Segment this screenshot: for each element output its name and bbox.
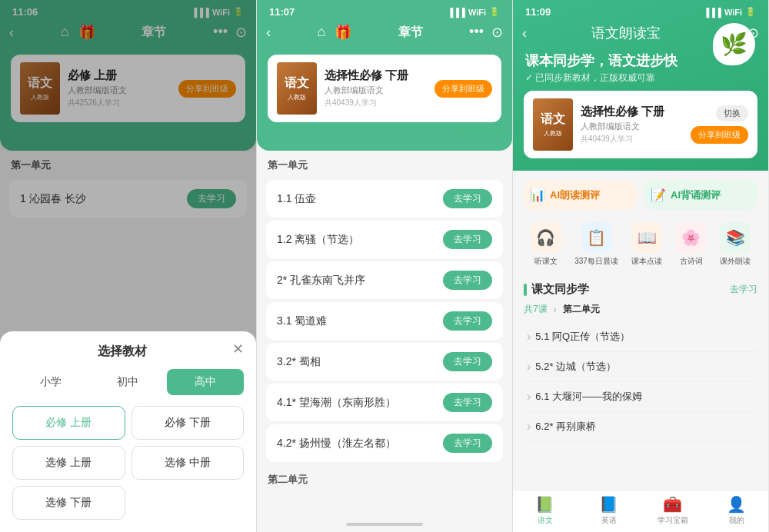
nav-bar-2: ‹ ⌂ 🎁 章节 ••• ⊙	[257, 21, 512, 47]
gift-icon-2[interactable]: 🎁	[335, 24, 351, 41]
switch-btn-3[interactable]: 切换	[716, 105, 748, 121]
pointread-label: 课本点读	[631, 256, 662, 267]
banner-subtitle: ✓ 已同步新教材，正版权威可靠	[525, 71, 756, 85]
go-btn-2-1[interactable]: 去学习	[443, 230, 492, 249]
english-icon: 📘	[599, 495, 618, 514]
book-publisher-3: 人教部编版语文	[581, 121, 683, 132]
nav-title-2: 章节	[398, 25, 423, 41]
lesson-title-2-6: 4.2* 扬州慢（淮左名都）	[277, 437, 396, 451]
lesson-title-2-1: 1.2 离骚（节选）	[277, 233, 359, 247]
textbook-elective-down[interactable]: 选修 下册	[12, 486, 125, 520]
tab-primary[interactable]: 小学	[12, 369, 89, 395]
lesson-item-2-4: 3.2* 蜀相 去学习	[266, 343, 503, 381]
func-listen[interactable]: 🎧 听课文	[531, 222, 561, 267]
back-icon-3[interactable]: ‹	[522, 25, 527, 42]
tab-english-label: 英语	[601, 515, 617, 526]
sync-go[interactable]: 去学习	[730, 283, 757, 296]
mascot: 🌿	[713, 23, 759, 69]
bottom-tabs: 📗 语文 📘 英语 🧰 学习宝箱 👤 我的	[513, 490, 768, 532]
share-btn-2[interactable]: 分享到班级	[434, 80, 492, 98]
bullet-3: ›	[527, 420, 531, 434]
phone-2: 11:07 ▐▐▐ WiFi 🔋 ‹ ⌂ 🎁 章节 ••• ⊙ 语文 人教版	[256, 0, 512, 532]
go-btn-2-2[interactable]: 去学习	[443, 271, 492, 290]
tab-mine[interactable]: 👤 我的	[704, 495, 768, 526]
textbook-elective-mid[interactable]: 选修 中册	[131, 446, 245, 480]
sync-lesson-title-1: 5.2* 边城（节选）	[535, 360, 616, 374]
sync-lesson-0[interactable]: › 5.1 阿Q正传（节选）	[524, 322, 757, 352]
lesson-item-2-2: 2* 孔雀东南飞并序 去学习	[266, 261, 503, 299]
ai-recite-btn[interactable]: 📝 AI背诵测评	[644, 180, 757, 210]
poetry-icon: 🌸	[676, 222, 707, 253]
func-extread[interactable]: 📚 课外朗读	[720, 222, 751, 267]
modal-sheet: ✕ 选择教材 小学 初中 高中 必修 上册 必修 下册 选修 上册 选修 中册 …	[0, 331, 256, 532]
bullet-0: ›	[527, 330, 531, 344]
modal-close[interactable]: ✕	[232, 341, 244, 357]
bullet-2: ›	[527, 390, 531, 404]
lesson-title-2-4: 3.2* 蜀相	[277, 355, 321, 369]
book-info-3: 选择性必修 下册 人教部编版语文 共40439人学习	[581, 105, 683, 145]
textbook-required-down[interactable]: 必修 下册	[131, 406, 245, 440]
modal-title: 选择教材	[12, 344, 244, 360]
lesson-title-2-0: 1.1 伍壶	[277, 192, 316, 206]
ai-read-btn[interactable]: 📊 AI朗读测评	[524, 180, 637, 210]
phone2-header: 语文 人教版 选择性必修 下册 人教部编版语文 共40439人学习 分享到班级 …	[257, 47, 512, 151]
modal-tabs: 小学 初中 高中	[12, 369, 244, 395]
bullet-1: ›	[527, 360, 531, 374]
wifi-icon-3: WiFi	[724, 8, 742, 17]
book-students-2: 共40439人学习	[325, 98, 427, 108]
lesson-item-2-0: 1.1 伍壶 去学习	[266, 180, 503, 218]
textbook-required-up[interactable]: 必修 上册	[12, 406, 125, 440]
tab-chinese-label: 语文	[538, 515, 553, 526]
app-name-3: 语文朗读宝	[591, 24, 661, 42]
status-time-2: 11:07	[269, 6, 295, 18]
go-btn-2-3[interactable]: 去学习	[443, 311, 492, 331]
ai-recite-label: AI背诵测评	[671, 188, 721, 202]
tab-high[interactable]: 高中	[167, 369, 244, 395]
go-btn-2-0[interactable]: 去学习	[443, 189, 492, 208]
toolbox-icon: 🧰	[663, 495, 682, 514]
textbook-elective-up[interactable]: 选修 上册	[12, 446, 125, 480]
tab-chinese[interactable]: 📗 语文	[513, 495, 577, 526]
book-title-2: 选择性必修 下册	[325, 68, 427, 83]
book-info-2: 选择性必修 下册 人教部编版语文 共40439人学习	[325, 68, 427, 108]
more-icon-2[interactable]: •••	[469, 24, 484, 41]
go-btn-2-5[interactable]: 去学习	[443, 393, 492, 412]
lesson-item-2-3: 3.1 蜀道难 去学习	[266, 302, 503, 340]
go-btn-2-4[interactable]: 去学习	[443, 352, 492, 371]
share-btn-3[interactable]: 分享到班级	[691, 126, 748, 144]
ai-read-label: AI朗读测评	[550, 188, 600, 202]
sync-lesson-3[interactable]: › 6.2* 再别康桥	[524, 412, 757, 442]
mine-icon: 👤	[727, 495, 746, 514]
status-time-3: 11:09	[525, 6, 551, 18]
signal-icon-3: ▐▐▐	[703, 8, 721, 17]
sync-lesson-title-0: 5.1 阿Q正传（节选）	[535, 330, 630, 344]
total-lessons[interactable]: 共7课	[524, 303, 548, 316]
tab-toolbox[interactable]: 🧰 学习宝箱	[641, 495, 704, 526]
unit-nav: 共7课 › 第二单元	[524, 303, 757, 316]
switch-textbook-2[interactable]: ⇄ 切换教材	[268, 127, 501, 138]
go-btn-2-6[interactable]: 去学习	[443, 434, 492, 453]
sync-header: 课文同步学 去学习	[524, 282, 757, 297]
lesson-item-2-1: 1.2 离骚（节选） 去学习	[266, 221, 503, 258]
sync-title: 课文同步学	[531, 282, 589, 297]
lesson-item-2-6: 4.2* 扬州慢（淮左名都） 去学习	[266, 424, 503, 462]
poetry-label: 古诗词	[680, 256, 703, 267]
phone3-body: 📊 AI朗读测评 📝 AI背诵测评 🎧 听课文 📋 337每日晨读 📖 课本点读	[513, 171, 768, 490]
book-card-2: 语文 人教版 选择性必修 下册 人教部编版语文 共40439人学习 分享到班级	[268, 55, 501, 122]
ai-recite-icon: 📝	[651, 188, 666, 202]
back-icon-2[interactable]: ‹	[266, 25, 271, 41]
home-icon-2[interactable]: ⌂	[317, 24, 325, 41]
sync-lesson-1[interactable]: › 5.2* 边城（节选）	[524, 352, 757, 382]
func-poetry[interactable]: 🌸 古诗词	[676, 222, 707, 267]
nav-arrow: ›	[554, 304, 557, 315]
sync-lesson-2[interactable]: › 6.1 大堰河——我的保姆	[524, 382, 757, 412]
home-indicator-2	[346, 523, 423, 526]
func-pointread[interactable]: 📖 课本点读	[631, 222, 662, 267]
phone-3: 11:09 ▐▐▐ WiFi 🔋 ‹ 语文朗读宝 ••• ⊙ 课本同步学，语文进…	[512, 0, 768, 532]
modal-overlay[interactable]: ✕ 选择教材 小学 初中 高中 必修 上册 必修 下册 选修 上册 选修 中册 …	[0, 0, 256, 532]
target-icon-2[interactable]: ⊙	[491, 24, 503, 41]
func-morning[interactable]: 📋 337每日晨读	[574, 222, 618, 267]
tab-english[interactable]: 📘 英语	[577, 495, 641, 526]
morning-label: 337每日晨读	[574, 256, 618, 267]
tab-middle[interactable]: 初中	[89, 369, 166, 395]
